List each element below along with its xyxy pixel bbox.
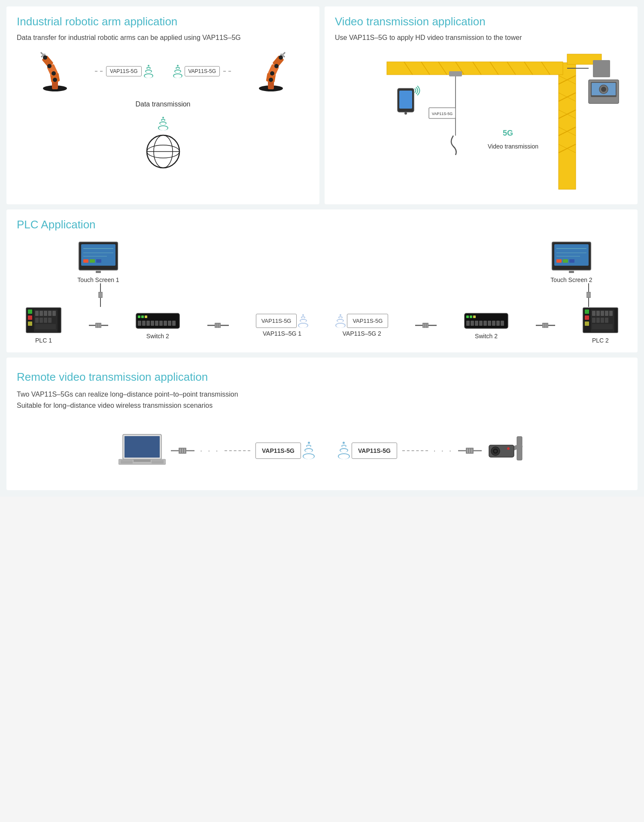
- svg-rect-147: [488, 321, 491, 326]
- svg-rect-98: [28, 322, 32, 326]
- vap-box-2-group: VAP11S-5G: [173, 65, 220, 78]
- remote-vap1-with-wifi: VAP11S-5G: [255, 442, 315, 459]
- svg-rect-108: [48, 318, 52, 323]
- touch-screen-row: Touch Screen 1 Touch Sc: [17, 240, 627, 283]
- laptop-item: [118, 432, 166, 469]
- vap2-with-wifi: VAP11S-5G: [335, 314, 388, 328]
- remote-vap1-box: VAP11S-5G: [255, 443, 301, 459]
- robotic-diagram: VAP11S-5G: [17, 50, 309, 171]
- vap1-wifi-icon: [298, 314, 308, 328]
- touch-screen-2-item: Touch Screen 2: [550, 240, 593, 283]
- remote-diagram-row: · · · VAP11S-5G: [17, 424, 627, 477]
- svg-rect-162: [596, 311, 600, 316]
- switch2-label: Switch 2: [475, 333, 498, 340]
- svg-rect-163: [601, 311, 604, 316]
- plc-diagram-container: Touch Screen 1 Touch Sc: [17, 240, 627, 344]
- svg-rect-104: [52, 311, 56, 316]
- svg-point-63: [404, 112, 407, 115]
- svg-rect-84: [569, 271, 574, 273]
- svg-rect-74: [96, 259, 101, 263]
- remote-vap2-item: VAP11S-5G: [338, 442, 397, 459]
- svg-rect-62: [399, 91, 412, 109]
- touch-screen-2-icon: [550, 240, 593, 274]
- remote-vap2-wifi-icon: [338, 442, 350, 459]
- vap2-box: VAP11S-5G: [347, 314, 388, 328]
- robotic-title: Industrial robotic arm application: [17, 15, 309, 28]
- remote-title: Remote video transmission application: [17, 370, 627, 384]
- conn-plc1-sw1: [89, 321, 108, 330]
- dots-right: · · ·: [433, 445, 453, 456]
- svg-rect-149: [496, 321, 500, 326]
- svg-rect-82: [563, 259, 568, 263]
- robot-arm-right-icon: [234, 50, 286, 93]
- svg-rect-117: [141, 315, 144, 318]
- svg-rect-101: [39, 311, 43, 316]
- vline-1: [96, 283, 105, 307]
- vline-2: [584, 283, 593, 307]
- svg-point-58: [601, 87, 606, 92]
- data-transmission-label: Data transmission: [135, 100, 190, 108]
- svg-rect-83: [569, 259, 574, 263]
- svg-rect-120: [142, 321, 146, 326]
- svg-rect-174: [134, 460, 151, 462]
- svg-rect-170: [592, 324, 613, 329]
- switch2-item: Switch 2: [464, 311, 509, 340]
- svg-rect-40: [387, 62, 563, 75]
- plc2-icon: [582, 307, 619, 335]
- plc1-icon: [25, 307, 62, 335]
- conn-sw2-plc2: [536, 321, 555, 330]
- svg-rect-168: [601, 318, 604, 323]
- svg-text:5G: 5G: [503, 129, 513, 137]
- cable-h-2-icon: [207, 321, 229, 330]
- switch1-label: Switch 2: [146, 333, 169, 340]
- conn-sw1-vap1: [207, 321, 229, 330]
- svg-rect-164: [605, 311, 608, 316]
- cable-down-2-icon: [584, 283, 593, 307]
- cable-down-1-icon: [96, 283, 105, 307]
- svg-point-23: [279, 55, 283, 60]
- dots-left: · · ·: [200, 445, 219, 456]
- svg-rect-127: [172, 321, 176, 326]
- globe-section: [144, 117, 182, 171]
- svg-rect-105: [35, 318, 39, 323]
- robotic-desc: Data transfer for industrial robotic arm…: [17, 33, 309, 43]
- cable-h-1-icon: [89, 321, 108, 330]
- camera-item: [487, 434, 526, 467]
- video-panel: Video transmission application Use VAP11…: [325, 6, 638, 204]
- main-devices-row: PLC 1: [17, 307, 627, 344]
- video-desc: Use VAP11S–5G to apply HD video transmis…: [335, 33, 627, 43]
- svg-point-8: [53, 78, 57, 82]
- svg-rect-146: [483, 321, 487, 326]
- video-title: Video transmission application: [335, 15, 627, 28]
- svg-rect-143: [471, 321, 474, 326]
- switch1-icon: [135, 311, 180, 331]
- vap1-label: VAP11S–5G 1: [263, 330, 301, 337]
- svg-rect-158: [585, 315, 589, 320]
- vap2-item: VAP11S-5G VAP11S–5G 2: [335, 314, 388, 337]
- cable-h-4-icon: [536, 321, 555, 330]
- conn-laptop-vap1: [171, 446, 194, 455]
- svg-point-21: [270, 71, 274, 76]
- globe-wifi-icon: [158, 117, 168, 130]
- svg-rect-51: [593, 60, 610, 77]
- wifi-signal-right: [144, 65, 153, 78]
- svg-rect-107: [44, 318, 47, 323]
- svg-rect-119: [138, 321, 141, 326]
- remote-vap2-with-wifi: VAP11S-5G: [338, 442, 397, 459]
- camera-icon: [487, 434, 526, 467]
- svg-point-193: [507, 447, 510, 450]
- svg-point-192: [494, 450, 497, 452]
- svg-rect-172: [125, 436, 160, 458]
- svg-rect-102: [44, 311, 47, 316]
- touch-screen-1-item: Touch Screen 1: [77, 240, 120, 283]
- svg-rect-166: [592, 318, 595, 323]
- remote-desc: Two VAP11S–5Gs can realize long–distance…: [17, 389, 627, 411]
- vap-box-1: VAP11S-5G: [106, 66, 141, 76]
- svg-rect-141: [473, 315, 476, 318]
- vap1-with-wifi: VAP11S-5G: [256, 314, 309, 328]
- plc2-label: PLC 2: [592, 337, 609, 344]
- svg-point-9: [52, 71, 56, 76]
- svg-rect-123: [155, 321, 158, 326]
- plc-section: PLC Application: [6, 209, 638, 352]
- svg-rect-125: [164, 321, 167, 326]
